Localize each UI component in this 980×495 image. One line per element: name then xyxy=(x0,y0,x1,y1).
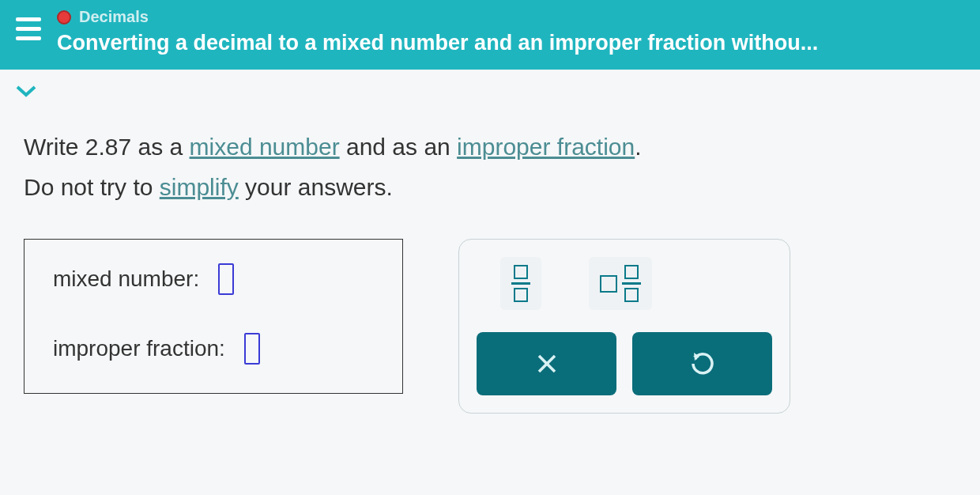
answer-box: mixed number: improper fraction: xyxy=(24,239,403,394)
fraction-tool-button[interactable] xyxy=(500,257,541,310)
mixed-number-tool-button[interactable] xyxy=(589,257,652,310)
fraction-icon xyxy=(622,265,641,302)
page-title: Converting a decimal to a mixed number a… xyxy=(57,31,964,55)
link-simplify[interactable]: simplify xyxy=(160,174,239,200)
q-value: 2.87 xyxy=(85,134,131,160)
header: Decimals Converting a decimal to a mixed… xyxy=(0,0,980,70)
improper-fraction-input[interactable] xyxy=(244,333,260,365)
chevron-down-icon[interactable] xyxy=(14,79,38,103)
mixed-number-row: mixed number: xyxy=(53,263,374,295)
tool-panel xyxy=(458,239,790,414)
improper-fraction-row: improper fraction: xyxy=(53,333,374,365)
header-text: Decimals Converting a decimal to a mixed… xyxy=(57,8,964,55)
clear-button[interactable] xyxy=(477,332,616,395)
q-mid1: as a xyxy=(131,134,189,160)
work-area: mixed number: improper fraction: xyxy=(24,239,956,414)
mixed-number-label: mixed number: xyxy=(53,266,199,292)
menu-icon[interactable] xyxy=(16,17,41,40)
q-mid2: and as an xyxy=(340,134,457,160)
link-mixed-number[interactable]: mixed number xyxy=(190,134,340,160)
record-dot-icon xyxy=(57,10,71,25)
question-text: Write 2.87 as a mixed number and as an i… xyxy=(24,127,956,207)
link-improper-fraction[interactable]: improper fraction xyxy=(457,134,635,160)
collapse-toggle-wrap xyxy=(0,70,980,103)
category-row: Decimals xyxy=(57,8,964,26)
tool-row xyxy=(477,257,772,310)
whole-part-icon xyxy=(600,275,617,293)
q-end1: . xyxy=(635,134,641,160)
undo-icon xyxy=(688,350,717,378)
reset-button[interactable] xyxy=(632,332,772,395)
action-row xyxy=(477,332,772,395)
category-label: Decimals xyxy=(79,8,149,26)
content: Write 2.87 as a mixed number and as an i… xyxy=(0,103,980,437)
q-line2b: your answers. xyxy=(239,174,393,200)
q-line2a: Do not try to xyxy=(24,174,160,200)
x-icon xyxy=(533,350,560,377)
mixed-number-input[interactable] xyxy=(218,263,234,295)
q-prefix: Write xyxy=(24,134,85,160)
improper-fraction-label: improper fraction: xyxy=(53,336,225,361)
fraction-icon xyxy=(511,265,530,302)
